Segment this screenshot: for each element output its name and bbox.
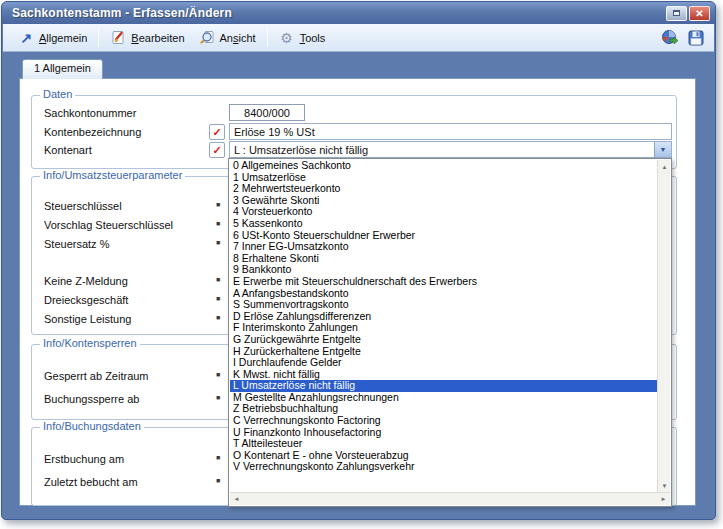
- field-marker-icon: ■: [216, 394, 220, 401]
- field-marker-icon: ■: [216, 477, 220, 484]
- kontenart-label: Kontenart: [44, 144, 92, 156]
- menu-item-ansicht[interactable]: Ansicht: [192, 27, 263, 49]
- kontenart-combobox[interactable]: L : Umsatzerlöse nicht fällig ▼: [229, 141, 672, 158]
- close-button[interactable]: ✕: [689, 6, 710, 21]
- param-label: Zuletzt bebucht am: [44, 476, 138, 488]
- dropdown-option[interactable]: S Summenvortragskonto: [230, 299, 657, 311]
- sachkontonummer-label: Sachkontonummer: [44, 107, 136, 119]
- param-label: Sonstige Leistung: [44, 313, 131, 325]
- kontenbezeichnung-label: Kontenbezeichnung: [44, 126, 141, 138]
- dropdown-items: 0 Allgemeines Sachkonto 1 Umsatzerlöse 2…: [230, 160, 657, 492]
- arrow-up-right-icon: ↗: [18, 30, 34, 46]
- dropdown-option[interactable]: I Durchlaufende Gelder: [230, 357, 657, 369]
- close-icon: ✕: [695, 8, 704, 19]
- param-label: Steuersatz %: [44, 238, 109, 250]
- param-label: Erstbuchung am: [44, 453, 124, 465]
- kontenart-dropdown-list: 0 Allgemeines Sachkonto 1 Umsatzerlöse 2…: [228, 158, 672, 507]
- dropdown-option[interactable]: C Verrechnungskonto Factoring: [230, 415, 657, 427]
- title-bar: Sachkontenstamm - Erfassen/Ändern ✕: [2, 2, 715, 24]
- field-row-kontenart: Kontenart ✓ L : Umsatzerlöse nicht fälli…: [32, 141, 676, 158]
- edit-page-icon: [110, 30, 126, 46]
- window-title: Sachkontenstamm - Erfassen/Ändern: [12, 6, 232, 20]
- dropdown-button[interactable]: ▼: [654, 142, 671, 157]
- menu-label: Bearbeiten: [131, 32, 184, 44]
- menu-label: Ansicht: [220, 32, 256, 44]
- save-disk-icon[interactable]: [686, 28, 706, 48]
- param-label: Dreiecksgeschäft: [44, 294, 128, 306]
- menu-item-tools[interactable]: ⚙ Tools: [272, 27, 333, 49]
- field-marker-icon: ■: [216, 220, 220, 227]
- menu-item-bearbeiten[interactable]: Bearbeiten: [103, 27, 191, 49]
- field-row-sachkontonummer: Sachkontonummer 8400/000: [32, 104, 676, 121]
- vertical-scrollbar[interactable]: ▲ ▼: [657, 160, 670, 492]
- group-daten-label: Daten: [40, 88, 75, 100]
- gears-icon: ⚙: [279, 30, 295, 46]
- scroll-up-icon[interactable]: ▲: [658, 160, 671, 173]
- menu-toolbar: ↗ Allgemein Bearbeiten Ansicht ⚙ Tools: [3, 24, 714, 52]
- menu-label: Allgemein: [39, 32, 87, 44]
- pie-sphere-export-icon[interactable]: [660, 28, 680, 48]
- field-marker-icon: ■: [216, 201, 220, 208]
- kontenart-value: L : Umsatzerlöse nicht fällig: [234, 144, 368, 156]
- param-label: Vorschlag Steuerschlüssel: [44, 219, 173, 231]
- scroll-down-icon[interactable]: ▼: [658, 479, 671, 492]
- menu-label: Tools: [300, 32, 326, 44]
- menu-item-allgemein[interactable]: ↗ Allgemein: [11, 27, 94, 49]
- field-marker-icon: ■: [216, 371, 220, 378]
- param-label: Keine Z-Meldung: [44, 275, 128, 287]
- dropdown-option[interactable]: 8 Erhaltene Skonti: [230, 253, 657, 265]
- field-marker-icon: ■: [216, 276, 220, 283]
- dropdown-option[interactable]: 0 Allgemeines Sachkonto: [230, 160, 657, 172]
- sachkontonummer-input[interactable]: 8400/000: [229, 104, 305, 121]
- dropdown-option[interactable]: 7 Inner EG-Umsatzkonto: [230, 241, 657, 253]
- toolbar-separator: [98, 29, 99, 47]
- tab-allgemein[interactable]: 1 Allgemein: [22, 59, 103, 79]
- field-marker-icon: ■: [216, 239, 220, 246]
- restore-button[interactable]: [666, 6, 687, 21]
- dropdown-option[interactable]: V Verrechnungskonto Zahlungsverkehr: [230, 461, 657, 473]
- field-marker-icon: ■: [216, 454, 220, 461]
- chevron-down-icon: ▼: [660, 146, 667, 153]
- field-marker-icon: ■: [216, 295, 220, 302]
- magnifier-icon: [199, 30, 215, 46]
- app-window: Sachkontenstamm - Erfassen/Ändern ✕ ↗ Al…: [1, 1, 716, 520]
- param-label: Gesperrt ab Zeitraum: [44, 370, 149, 382]
- dropdown-option[interactable]: E Erwerbe mit Steuerschuldnerschaft des …: [230, 276, 657, 288]
- dropdown-option[interactable]: G Zurückgewährte Entgelte: [230, 334, 657, 346]
- field-row-kontenbezeichnung: Kontenbezeichnung ✓ Erlöse 19 % USt: [32, 123, 676, 140]
- restore-icon: [673, 10, 680, 16]
- param-label: Buchungssperre ab: [44, 393, 139, 405]
- scroll-left-icon[interactable]: ◄: [230, 493, 243, 506]
- field-marker-icon: ■: [216, 314, 220, 321]
- param-label: Steuerschlüssel: [44, 200, 122, 212]
- scroll-right-icon[interactable]: ►: [657, 493, 670, 506]
- toolbar-separator: [267, 29, 268, 47]
- mandatory-check-icon[interactable]: ✓: [209, 124, 225, 140]
- mandatory-check-icon[interactable]: ✓: [209, 142, 225, 158]
- horizontal-scrollbar[interactable]: ◄ ►: [230, 492, 670, 505]
- kontenbezeichnung-input[interactable]: Erlöse 19 % USt: [229, 123, 672, 140]
- dropdown-option[interactable]: 5 Kassenkonto: [230, 218, 657, 230]
